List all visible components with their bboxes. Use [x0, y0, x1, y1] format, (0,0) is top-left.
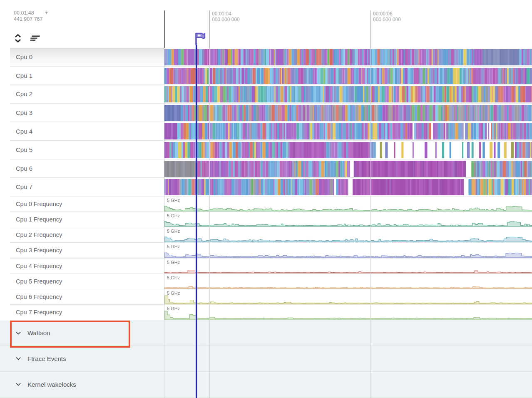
group-label-ftrace-events: Ftrace Events — [0, 346, 164, 371]
track-row-cpu-1-frequency: Cpu 1 Frequency5 GHz — [0, 212, 532, 227]
track-row-cpu-0: Cpu 0 — [0, 48, 532, 67]
track-label-cpu-7[interactable]: Cpu 7 — [0, 178, 164, 196]
track-label-cpu-3[interactable]: Cpu 3 — [0, 104, 164, 122]
track-row-cpu-3: Cpu 3 — [0, 104, 532, 122]
freq-axis-label: 5 GHz — [167, 306, 180, 311]
gridline — [164, 48, 164, 398]
freq-axis-label: 5 GHz — [167, 244, 180, 249]
gridline — [370, 48, 371, 398]
left-margin-mask — [0, 48, 10, 321]
track-label-cpu-4-frequency[interactable]: Cpu 4 Frequency — [0, 259, 164, 274]
group-header-wattson[interactable]: Wattson — [0, 320, 532, 346]
cpu-6-sched-track-canvas[interactable] — [164, 161, 532, 177]
cpu-1-frequency-track-canvas[interactable] — [164, 212, 532, 227]
track-row-cpu-2: Cpu 2 — [0, 85, 532, 104]
perfetto-timeline-view: 00:01:48+441 907 767 00:00:04000 000 000… — [0, 0, 532, 398]
group-header-kernel-wakelocks[interactable]: Kernel wakelocks — [0, 372, 532, 398]
track-label-cpu-0[interactable]: Cpu 0 — [0, 48, 164, 66]
freq-axis-label: 5 GHz — [167, 213, 180, 218]
ruler-tick — [209, 10, 210, 48]
track-row-cpu-7-frequency: Cpu 7 Frequency5 GHz — [0, 305, 532, 320]
group-header-ftrace-events[interactable]: Ftrace Events — [0, 346, 532, 372]
freq-axis-label: 5 GHz — [167, 275, 180, 280]
sort-icon — [28, 34, 41, 42]
cpu-5-frequency-track-canvas[interactable] — [164, 274, 532, 289]
viewport-time-offset: 441 907 767 — [14, 16, 43, 22]
cpu-7-frequency-track-canvas[interactable] — [164, 305, 532, 320]
freq-axis-label: 5 GHz — [167, 198, 180, 203]
flag-marker-line[interactable] — [196, 45, 197, 398]
cpu-1-sched-track-canvas[interactable] — [164, 68, 532, 84]
cpu-7-sched-track-canvas[interactable] — [164, 179, 532, 195]
cpu-3-frequency-track-canvas[interactable] — [164, 243, 532, 258]
cpu-0-sched-track-canvas[interactable] — [164, 49, 532, 65]
track-label-cpu-0-frequency[interactable]: Cpu 0 Frequency — [0, 197, 164, 211]
cpu-2-frequency-track-canvas[interactable] — [164, 227, 532, 242]
flag-marker-icon[interactable] — [194, 32, 206, 47]
freq-axis-label: 5 GHz — [167, 229, 180, 234]
ruler-tick-label: 00:00:04000 000 000 — [212, 11, 240, 22]
track-row-cpu-4-frequency: Cpu 4 Frequency5 GHz — [0, 259, 532, 274]
ruler-tick-label: 00:00:06000 000 000 — [373, 11, 401, 22]
timeline-header: 00:01:48+441 907 767 00:00:04000 000 000… — [0, 0, 532, 48]
expand-collapse-tracks-button[interactable] — [12, 33, 23, 43]
track-label-cpu-5[interactable]: Cpu 5 — [0, 141, 164, 159]
cpu-4-frequency-track-canvas[interactable] — [164, 259, 532, 274]
viewport-timestamp: 00:01:48+441 907 767 — [14, 10, 48, 22]
track-row-cpu-2-frequency: Cpu 2 Frequency5 GHz — [0, 227, 532, 243]
freq-axis-label: 5 GHz — [167, 260, 180, 265]
group-label-kernel-wakelocks: Kernel wakelocks — [0, 372, 164, 397]
track-row-cpu-5: Cpu 5 — [0, 141, 532, 159]
viewport-time-plus: + — [45, 10, 48, 16]
track-label-cpu-4[interactable]: Cpu 4 — [0, 122, 164, 140]
ruler-tick — [370, 10, 371, 48]
track-row-cpu-5-frequency: Cpu 5 Frequency5 GHz — [0, 274, 532, 289]
track-label-cpu-2-frequency[interactable]: Cpu 2 Frequency — [0, 227, 164, 242]
cpu-3-sched-track-canvas[interactable] — [164, 105, 532, 121]
track-row-cpu-7: Cpu 7 — [0, 178, 532, 197]
track-label-cpu-3-frequency[interactable]: Cpu 3 Frequency — [0, 243, 164, 258]
unfold-more-icon — [14, 33, 22, 43]
track-row-cpu-6: Cpu 6 — [0, 159, 532, 178]
ruler-origin-tick — [164, 10, 165, 48]
track-row-cpu-6-frequency: Cpu 6 Frequency5 GHz — [0, 289, 532, 305]
track-row-cpu-1: Cpu 1 — [0, 67, 532, 85]
track-label-cpu-6-frequency[interactable]: Cpu 6 Frequency — [0, 289, 164, 304]
cpu-2-sched-track-canvas[interactable] — [164, 86, 532, 102]
track-row-cpu-3-frequency: Cpu 3 Frequency5 GHz — [0, 243, 532, 258]
cpu-4-sched-track-canvas[interactable] — [164, 123, 532, 139]
cpu-5-sched-track-canvas[interactable] — [164, 142, 532, 158]
track-label-cpu-1[interactable]: Cpu 1 — [0, 67, 164, 85]
group-label-wattson: Wattson — [0, 320, 164, 346]
track-label-cpu-1-frequency[interactable]: Cpu 1 Frequency — [0, 212, 164, 227]
freq-axis-label: 5 GHz — [167, 291, 180, 296]
sort-tracks-button[interactable] — [29, 33, 40, 43]
cpu-0-frequency-track-canvas[interactable] — [164, 197, 532, 211]
track-label-cpu-7-frequency[interactable]: Cpu 7 Frequency — [0, 305, 164, 320]
track-label-cpu-2[interactable]: Cpu 2 — [0, 85, 164, 103]
track-row-cpu-4: Cpu 4 — [0, 122, 532, 141]
track-label-cpu-5-frequency[interactable]: Cpu 5 Frequency — [0, 274, 164, 289]
gridline — [209, 48, 210, 398]
track-label-cpu-6[interactable]: Cpu 6 — [0, 159, 164, 178]
viewport-time: 00:01:48 — [14, 10, 34, 16]
track-row-cpu-0-frequency: Cpu 0 Frequency5 GHz — [0, 197, 532, 212]
cpu-6-frequency-track-canvas[interactable] — [164, 289, 532, 304]
